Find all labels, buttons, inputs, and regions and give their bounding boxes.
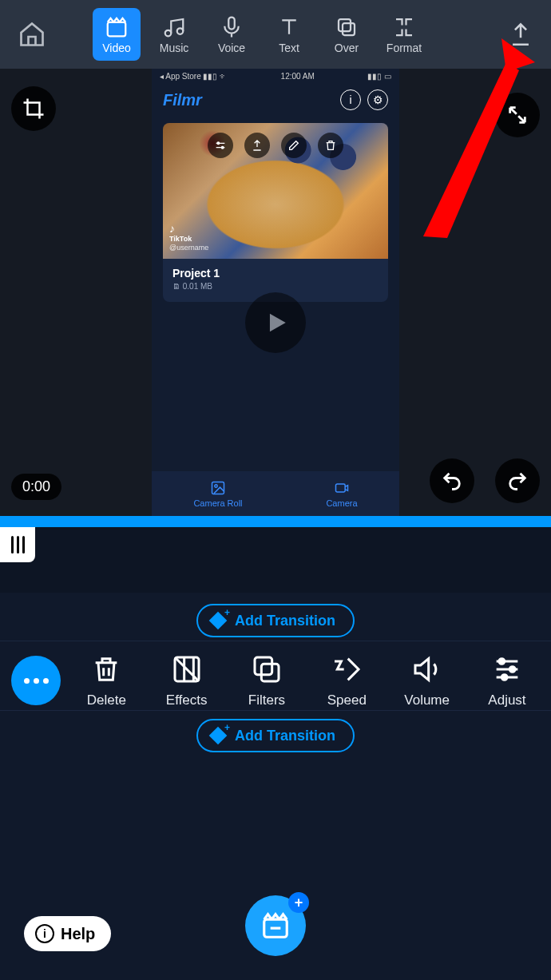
transition-label: Add Transition	[235, 613, 335, 629]
expand-icon	[506, 104, 529, 126]
status-time: 12:00 AM	[281, 72, 315, 81]
home-button[interactable]	[11, 14, 53, 55]
project-title: Project 1	[172, 267, 379, 280]
transition-icon	[209, 727, 227, 744]
project-thumbnail: ♪ TikTok @username	[163, 123, 388, 259]
adjust-icon	[491, 653, 523, 685]
speed-icon	[331, 653, 363, 685]
svg-rect-3	[228, 18, 235, 30]
text-icon	[277, 15, 301, 39]
tool-filters[interactable]: Filters	[232, 653, 301, 708]
add-media-button[interactable]	[245, 895, 306, 956]
overlay-icon	[335, 15, 359, 39]
svg-rect-0	[108, 22, 126, 37]
phone-status-bar: ◂ App Store ▮▮▯ ᯤ 12:00 AM ▮▮▯ ▭	[152, 69, 399, 83]
project-size: 0.01 MB	[172, 282, 379, 291]
tool-label: Effects	[166, 692, 208, 708]
tab-video[interactable]: Video	[93, 8, 141, 61]
tool-speed[interactable]: Speed	[312, 653, 381, 708]
help-label: Help	[61, 925, 95, 943]
tiktok-watermark: ♪ TikTok @username	[169, 222, 208, 252]
undo-icon	[441, 470, 463, 492]
phone-bottom-nav: Camera Roll Camera	[152, 471, 399, 516]
stage-bg-left	[0, 69, 152, 516]
playhead-time: 0:00	[11, 474, 61, 500]
share-icon[interactable]	[244, 133, 270, 158]
svg-point-9	[215, 484, 217, 486]
tab-music[interactable]: Music	[150, 8, 198, 61]
info-icon[interactable]: i	[340, 89, 361, 110]
add-transition-top[interactable]: Add Transition	[196, 604, 355, 637]
top-tabs: Video Music Voice Text Over Format	[93, 8, 428, 61]
tool-adjust[interactable]: Adjust	[473, 653, 541, 708]
nav-camera-roll[interactable]: Camera Roll	[193, 480, 242, 508]
crop-icon	[22, 97, 46, 121]
svg-rect-8	[212, 482, 224, 494]
more-tools-button[interactable]	[11, 656, 61, 705]
svg-point-14	[499, 659, 505, 665]
undo-button[interactable]	[430, 458, 474, 503]
effects-icon	[171, 653, 203, 685]
status-left: ◂ App Store ▮▮▯ ᯤ	[160, 72, 228, 81]
tab-voice[interactable]: Voice	[208, 8, 256, 61]
phone-header: Filmr i ⚙	[152, 83, 399, 115]
redo-button[interactable]	[495, 458, 540, 503]
play-icon	[262, 309, 289, 336]
tool-label: Adjust	[488, 692, 525, 708]
export-icon	[507, 21, 534, 48]
tab-label: Text	[279, 42, 299, 54]
add-transition-bottom[interactable]: Add Transition	[196, 719, 355, 752]
timeline-clip[interactable]	[0, 516, 551, 527]
clip-tool-row: Delete Effects Filters Speed Volume Adju…	[0, 641, 551, 711]
filters-icon	[251, 653, 283, 685]
clip-handle[interactable]	[0, 527, 35, 562]
trash-icon	[90, 653, 122, 685]
tool-label: Speed	[327, 692, 367, 708]
help-icon: i	[35, 924, 54, 943]
edit-icon[interactable]	[281, 133, 307, 158]
tab-over[interactable]: Over	[323, 8, 371, 61]
app-brand: Filmr	[163, 91, 202, 109]
gear-icon[interactable]: ⚙	[367, 89, 388, 110]
tool-effects[interactable]: Effects	[153, 653, 221, 708]
svg-rect-10	[335, 484, 345, 492]
volume-icon	[411, 653, 443, 685]
export-button[interactable]	[501, 15, 540, 54]
camera-icon	[334, 480, 350, 496]
svg-point-6	[217, 142, 220, 145]
tool-label: Delete	[87, 692, 126, 708]
redo-icon	[506, 470, 529, 492]
tool-delete[interactable]: Delete	[72, 653, 141, 708]
nav-camera[interactable]: Camera	[326, 480, 357, 508]
tab-label: Format	[386, 42, 422, 54]
format-icon	[392, 15, 416, 39]
stage-bg-right	[399, 69, 551, 516]
svg-point-15	[509, 667, 515, 673]
tab-text[interactable]: Text	[265, 8, 313, 61]
tool-label: Filters	[248, 692, 285, 708]
mic-icon	[220, 15, 244, 39]
trash-icon[interactable]	[318, 133, 343, 158]
svg-rect-5	[343, 23, 355, 35]
tab-format[interactable]: Format	[380, 8, 428, 61]
svg-rect-13	[261, 664, 279, 681]
play-button[interactable]	[245, 292, 306, 353]
tool-label: Volume	[404, 692, 450, 708]
help-button[interactable]: i Help	[24, 916, 111, 951]
tab-label: Music	[160, 42, 189, 54]
top-toolbar: Video Music Voice Text Over Format	[0, 0, 551, 69]
clapperboard-icon	[105, 15, 129, 39]
gallery-icon	[210, 480, 226, 496]
fullscreen-button[interactable]	[495, 93, 540, 137]
preview-stage: ◂ App Store ▮▮▯ ᯤ 12:00 AM ▮▮▯ ▭ Filmr i…	[0, 69, 551, 516]
transition-icon	[209, 612, 227, 629]
clapperboard-icon	[260, 911, 291, 941]
tab-label: Video	[102, 42, 131, 54]
tool-volume[interactable]: Volume	[393, 653, 462, 708]
tab-label: Voice	[218, 42, 245, 54]
svg-point-16	[501, 675, 507, 680]
project-card[interactable]: ♪ TikTok @username Project 1 0.01 MB	[163, 123, 388, 302]
timeline-track[interactable]	[0, 562, 551, 593]
crop-button[interactable]	[11, 86, 56, 131]
sliders-icon[interactable]	[208, 133, 233, 158]
